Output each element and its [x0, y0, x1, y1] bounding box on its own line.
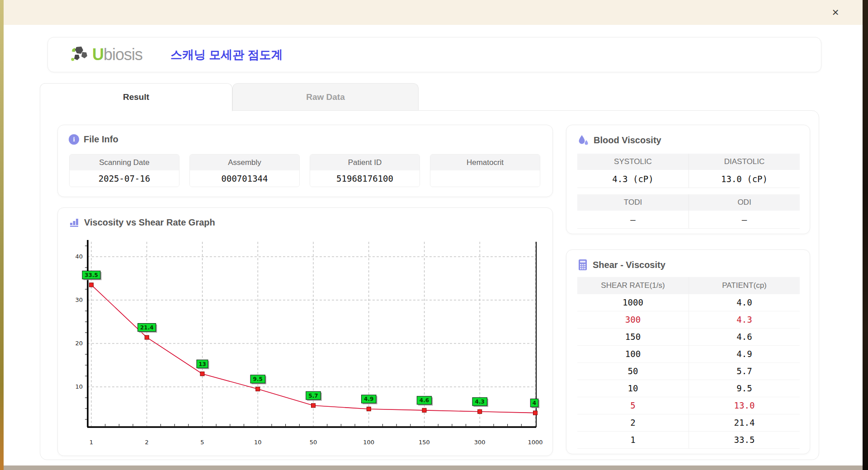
file-info-fields: Scanning Date 2025-07-16 Assembly 000701…: [69, 154, 540, 187]
shear-cell: 1: [577, 432, 689, 448]
shear-cell: 300: [577, 311, 689, 328]
table-row: 1 33.5: [577, 432, 800, 449]
field-value: [430, 170, 540, 187]
systolic-value: 4.3 (cP): [577, 170, 689, 188]
svg-text:150: 150: [419, 439, 430, 446]
viscosity-graph-card: Viscosity vs Shear Rate Graph 1020304012…: [57, 207, 553, 456]
calculator-icon: [577, 259, 588, 271]
shear-cell: 150: [577, 329, 689, 345]
table-row: 300 4.3: [577, 311, 800, 329]
blood-viscosity-title-row: Blood Viscosity: [577, 134, 810, 146]
svg-text:4.6: 4.6: [420, 397, 429, 404]
logo-text-biosis: biosis: [104, 45, 142, 64]
blood-viscosity-card: Blood Viscosity SYSTOLIC DIASTOLIC 4.3 (…: [566, 125, 810, 234]
shear-rate-column-header: SHEAR RATE(1/s): [577, 277, 689, 294]
svg-text:4.3: 4.3: [475, 399, 485, 405]
field-label: Hematocrit: [430, 155, 540, 170]
svg-text:40: 40: [75, 253, 83, 260]
svg-text:10: 10: [75, 383, 83, 390]
svg-text:9.5: 9.5: [253, 376, 263, 382]
shear-viscosity-title-row: Shear - Viscosity: [577, 259, 810, 271]
shear-cell: 5: [577, 397, 689, 414]
diastolic-header: DIASTOLIC: [689, 154, 800, 170]
field-value: 000701344: [190, 170, 299, 187]
table-header-row: SYSTOLIC DIASTOLIC: [577, 154, 800, 170]
file-info-card: i File Info Scanning Date 2025-07-16 Ass…: [57, 125, 553, 197]
field-value: 2025-07-16: [70, 170, 179, 187]
file-info-title-row: i File Info: [69, 134, 552, 145]
field-value: 51968176100: [310, 170, 420, 187]
shear-viscosity-title: Shear - Viscosity: [593, 260, 665, 270]
app-window: × Ubiosis 스캐닝 모세관 점도계 Result Raw Data: [0, 0, 868, 470]
svg-text:5: 5: [200, 439, 204, 446]
table-header-row: TODI ODI: [577, 194, 800, 211]
header-card: Ubiosis 스캐닝 모세관 점도계: [47, 37, 821, 72]
patient-cell: 9.5: [689, 380, 800, 397]
svg-text:21.4: 21.4: [140, 324, 154, 331]
window-edge-bottom: [4, 465, 863, 470]
field-label: Assembly: [190, 155, 299, 170]
logo-text-u: U: [92, 45, 104, 64]
shear-cell: 2: [577, 414, 689, 431]
svg-text:33.5: 33.5: [85, 272, 98, 278]
graph-title-row: Viscosity vs Shear Rate Graph: [69, 217, 552, 228]
info-icon: i: [69, 134, 79, 145]
patient-cell: 4.3: [689, 311, 800, 328]
svg-text:1000: 1000: [528, 439, 542, 446]
app-title: 스캐닝 모세관 점도계: [170, 47, 283, 63]
file-info-title: File Info: [84, 134, 118, 145]
result-panel: i File Info Scanning Date 2025-07-16 Ass…: [40, 110, 819, 460]
patient-cell: 4.9: [689, 346, 800, 362]
ubiosis-logo: Ubiosis: [70, 45, 142, 64]
svg-text:300: 300: [474, 439, 486, 446]
todi-header: TODI: [577, 194, 689, 211]
field-patient-id: Patient ID 51968176100: [310, 154, 420, 187]
shear-cell: 100: [577, 346, 689, 362]
systolic-header: SYSTOLIC: [577, 154, 689, 170]
table-row: 1000 4.0: [577, 294, 800, 311]
svg-text:10: 10: [254, 439, 262, 446]
todi-value: –: [577, 211, 689, 229]
blood-viscosity-title: Blood Viscosity: [594, 135, 661, 146]
table-row: 10 9.5: [577, 380, 800, 397]
patient-cell: 33.5: [689, 432, 800, 448]
patient-cell: 4.6: [689, 329, 800, 345]
ubiosis-logo-icon: [70, 46, 90, 64]
svg-text:20: 20: [75, 340, 83, 347]
svg-text:5.7: 5.7: [308, 393, 318, 399]
field-scanning-date: Scanning Date 2025-07-16: [69, 154, 179, 187]
table-value-row: 4.3 (cP) 13.0 (cP): [577, 170, 800, 188]
svg-text:30: 30: [75, 296, 83, 303]
blood-viscosity-table: SYSTOLIC DIASTOLIC 4.3 (cP) 13.0 (cP) TO…: [577, 154, 800, 229]
svg-text:13: 13: [198, 361, 206, 367]
table-row: 50 5.7: [577, 363, 800, 380]
svg-text:2: 2: [145, 439, 149, 446]
tab-raw-data[interactable]: Raw Data: [232, 83, 419, 110]
tab-result[interactable]: Result: [40, 83, 232, 111]
table-value-row: – –: [577, 211, 800, 229]
window-edge-left: [0, 0, 4, 470]
table-header-row: SHEAR RATE(1/s) PATIENT(cp): [577, 277, 800, 294]
close-icon[interactable]: ×: [829, 5, 842, 19]
graph-title: Viscosity vs Shear Rate Graph: [84, 217, 215, 228]
shear-cell: 1000: [577, 294, 689, 311]
shear-cell: 10: [577, 380, 689, 397]
patient-column-header: PATIENT(cp): [689, 277, 800, 294]
odi-header: ODI: [689, 194, 800, 211]
table-row: 5 13.0: [577, 397, 800, 414]
diastolic-value: 13.0 (cP): [689, 170, 800, 188]
svg-text:100: 100: [363, 439, 374, 446]
svg-text:4.9: 4.9: [364, 396, 373, 402]
window-edge-right: [863, 0, 868, 470]
titlebar: ×: [4, 0, 863, 25]
field-assembly: Assembly 000701344: [189, 154, 300, 187]
shear-cell: 50: [577, 363, 689, 380]
table-row: 150 4.6: [577, 329, 800, 346]
odi-value: –: [689, 211, 800, 229]
patient-cell: 4.0: [689, 294, 800, 311]
field-label: Patient ID: [310, 155, 420, 170]
bar-chart-icon: [69, 217, 80, 228]
svg-text:50: 50: [310, 439, 317, 446]
table-row: 2 21.4: [577, 414, 800, 432]
viscosity-shear-chart: 102030401251050100150300100033.521.4139.…: [69, 234, 542, 450]
